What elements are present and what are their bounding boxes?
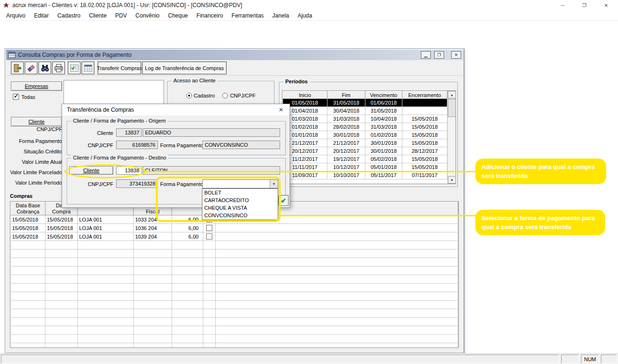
child-window-icon	[8, 51, 16, 59]
clear-button[interactable]	[25, 62, 37, 74]
table-row[interactable]	[11, 326, 458, 335]
table-cell	[11, 275, 45, 284]
transferir-compras-button[interactable]: Transferir Compras	[98, 62, 141, 74]
screen: acrux mercari - Clientes v: 18.02.002 [L…	[0, 0, 618, 364]
menu-cheque[interactable]: Cheque	[164, 11, 192, 20]
table-row[interactable]	[11, 249, 458, 258]
origem-cliente-name-field[interactable]: EDUARDO	[143, 128, 280, 137]
table-row[interactable]	[11, 284, 458, 292]
column-header-inicio[interactable]: Inicio	[283, 91, 327, 99]
menu-financeiro[interactable]: Financeiro	[192, 11, 227, 20]
mark-button[interactable]	[68, 62, 81, 74]
table-row[interactable]: 11/12/201719/12/201705/02/201815/05/2018	[283, 155, 447, 163]
dialog-close-icon[interactable]: ✕	[275, 106, 287, 114]
table-cell	[78, 335, 134, 343]
table-row[interactable]	[11, 241, 458, 249]
destino-cliente-name-field[interactable]: CLEITON	[143, 166, 280, 175]
menu-ferramentas[interactable]: Ferramentas	[227, 11, 268, 20]
table-cell	[11, 258, 45, 266]
table-row[interactable]: 11/11/201710/12/201705/01/201815/05/2018	[283, 163, 447, 171]
table-row[interactable]: 01/02/201828/02/201831/03/201815/05/2018	[283, 123, 447, 131]
origem-cliente-code-field[interactable]: 13837	[116, 128, 142, 137]
radio-cnpjcpf[interactable]	[222, 93, 228, 98]
table-cell	[134, 284, 172, 292]
menu-convenio[interactable]: Convênio	[131, 11, 164, 20]
table-row[interactable]: 21/12/201721/12/201730/01/201815/05/2018	[283, 139, 447, 147]
columns-button[interactable]	[82, 62, 94, 74]
num-indicator: NUM	[584, 356, 596, 362]
table-row[interactable]	[11, 275, 458, 284]
table-row[interactable]	[11, 292, 458, 301]
menu-arquivo[interactable]: Arquivo	[2, 11, 30, 20]
scroll-up-icon[interactable]: ▲	[448, 91, 456, 98]
table-row[interactable]: 01/03/201831/03/201810/04/201815/05/2018	[283, 115, 447, 123]
column-header-encerramento[interactable]: Encerramento	[402, 91, 447, 99]
app-titlebar[interactable]: acrux mercari - Clientes v: 18.02.002 [L…	[0, 0, 618, 10]
origem-forma-field[interactable]: CONVCONSINCO	[202, 141, 280, 149]
table-row[interactable]	[11, 335, 458, 343]
todas-checkbox[interactable]	[13, 94, 19, 100]
dialog-titlebar[interactable]: Transferência de Compras ✕	[62, 104, 290, 115]
dialog-title: Transferência de Compras	[67, 107, 134, 113]
menu-cliente[interactable]: Cliente	[85, 11, 111, 20]
table-row[interactable]: 20/12/201720/12/201730/01/201828/12/2017	[283, 147, 447, 155]
table-row[interactable]: 15/05/201815/05/2018LOJA 0011039 2046,00	[11, 232, 458, 241]
minimize-icon[interactable]: ─	[552, 0, 573, 10]
table-cell	[134, 301, 172, 309]
table-cell	[172, 318, 203, 326]
table-cell: 10/04/2018	[365, 115, 402, 123]
table-cell	[203, 343, 216, 348]
exit-button[interactable]	[11, 62, 24, 74]
destino-cnpj-field[interactable]: 373419328	[116, 179, 158, 188]
table-cell: 15/05/2018	[402, 163, 447, 171]
table-row[interactable]	[11, 266, 458, 275]
cliente-button[interactable]: Cliente	[11, 117, 62, 126]
menu-ajuda[interactable]: Ajuda	[293, 11, 317, 20]
table-row[interactable]	[11, 301, 458, 309]
row-checkbox[interactable]	[206, 233, 212, 240]
close-icon[interactable]: ✕	[595, 0, 617, 10]
column-header-data-base[interactable]: Data BaseCobrança	[11, 202, 45, 215]
log-transferencia-button[interactable]: Log de Transferência de Compras	[142, 62, 227, 74]
restore-icon[interactable]: ❐	[573, 0, 595, 10]
empresas-listbox[interactable]	[64, 80, 164, 105]
child-close-icon[interactable]: ✕	[451, 51, 461, 59]
search-button[interactable]	[38, 62, 51, 74]
radio-cadastro[interactable]	[186, 93, 192, 98]
table-cell: 31/05/2018	[365, 107, 402, 115]
table-row[interactable]: 11/09/201710/10/201705/11/201707/11/2017	[283, 171, 447, 179]
table-cell: 1039 204	[134, 232, 172, 241]
menu-pdv[interactable]: PDV	[111, 11, 131, 20]
origem-cliente-label: Cliente	[67, 129, 113, 137]
table-cell: 10/12/2017	[327, 163, 365, 171]
table-cell: 15/05/2018	[11, 215, 45, 224]
empresas-button[interactable]: Empresas	[11, 81, 62, 91]
table-row[interactable]	[11, 343, 458, 348]
menu-cadastro[interactable]: Cadastro	[53, 11, 85, 20]
table-row[interactable]	[11, 309, 458, 318]
table-row[interactable]: 15/05/201815/05/2018LOJA 0011036 2046,00	[11, 224, 458, 232]
table-cell	[172, 343, 203, 348]
child-minimize-icon[interactable]: ▁	[421, 51, 431, 59]
row-checkbox[interactable]	[206, 225, 212, 231]
menu-janela[interactable]: Janela	[268, 11, 293, 20]
table-row[interactable]: 01/05/201831/05/201801/06/2018	[283, 99, 447, 107]
table-row[interactable]	[11, 258, 458, 266]
child-titlebar[interactable]: Consulta Compras por Forma de Pagamento …	[6, 50, 463, 60]
child-restore-icon[interactable]: ❐	[434, 51, 444, 59]
table-row[interactable]	[11, 318, 458, 326]
column-header-fim[interactable]: Fim	[327, 91, 365, 99]
periodos-scrollbar[interactable]: ▲ ▼	[447, 91, 455, 184]
menu-editar[interactable]: Editar	[30, 11, 53, 20]
table-cell	[172, 275, 203, 284]
scroll-down-icon[interactable]: ▼	[448, 176, 456, 184]
status-panel-4	[601, 355, 617, 364]
print-button[interactable]	[52, 62, 65, 74]
table-cell	[78, 284, 134, 292]
table-cell	[45, 309, 78, 318]
table-row[interactable]: 01/01/201830/01/201801/02/201815/05/2018	[283, 131, 447, 139]
scrollbar-thumb[interactable]	[448, 99, 456, 117]
table-row[interactable]: 01/04/201830/04/201831/05/2018	[283, 107, 447, 115]
column-header-vencimento[interactable]: Vencimento	[365, 91, 402, 99]
origem-cnpj-field[interactable]: 61698576	[116, 141, 158, 149]
